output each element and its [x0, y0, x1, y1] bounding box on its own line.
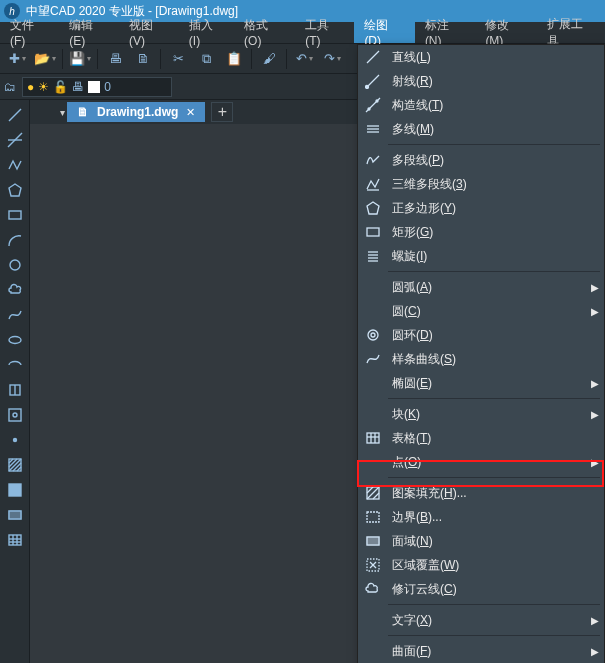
- svg-rect-37: [367, 228, 379, 236]
- menu-item-15[interactable]: 椭圆(E)▶: [358, 371, 604, 395]
- svg-rect-44: [367, 433, 379, 443]
- svg-rect-18: [9, 484, 21, 496]
- menu-item-8[interactable]: 矩形(G): [358, 220, 604, 244]
- menu-7[interactable]: 标注(N): [415, 22, 476, 43]
- menu-item-25[interactable]: 修订云线(C): [358, 577, 604, 601]
- menu-item-19[interactable]: 点(O)▶: [358, 450, 604, 474]
- gradient-icon[interactable]: [3, 479, 27, 501]
- polygon-icon: [358, 200, 388, 216]
- menu-item-3[interactable]: 多线(M): [358, 117, 604, 141]
- menu-item-12[interactable]: 圆(C)▶: [358, 299, 604, 323]
- menu-6[interactable]: 绘图(D): [354, 22, 415, 43]
- menu-item-label: 面域(N): [388, 533, 586, 550]
- copy-button[interactable]: ⧉: [193, 47, 219, 71]
- spline-icon[interactable]: [3, 304, 27, 326]
- menu-item-label: 射线(R): [388, 73, 586, 90]
- document-tab[interactable]: 🗎 Drawing1.dwg ✕: [67, 102, 205, 122]
- menu-1[interactable]: 编辑(E): [59, 22, 119, 43]
- svg-line-0: [9, 109, 21, 121]
- menu-item-18[interactable]: 表格(T): [358, 426, 604, 450]
- point-icon[interactable]: [3, 429, 27, 451]
- revcloud-icon[interactable]: [3, 279, 27, 301]
- cut-button[interactable]: ✂: [165, 47, 191, 71]
- menu-item-label: 圆环(D): [388, 327, 586, 344]
- line-icon[interactable]: [3, 104, 27, 126]
- layer-combo[interactable]: ● ☀ 🔓 🖶 0: [22, 77, 172, 97]
- menu-5[interactable]: 工具(T): [295, 22, 354, 43]
- menu-item-9[interactable]: 螺旋(I): [358, 244, 604, 268]
- pline-icon[interactable]: [3, 154, 27, 176]
- menu-item-label: 修订云线(C): [388, 581, 586, 598]
- submenu-arrow-icon: ▶: [586, 615, 604, 626]
- hatch-icon[interactable]: [3, 454, 27, 476]
- menu-item-17[interactable]: 块(K)▶: [358, 402, 604, 426]
- sun-icon: ☀: [38, 80, 49, 94]
- menu-item-label: 椭圆(E): [388, 375, 586, 392]
- menu-4[interactable]: 格式(O): [234, 22, 295, 43]
- undo-button[interactable]: ↶: [291, 47, 317, 71]
- color-swatch-icon: [88, 81, 100, 93]
- menu-item-27[interactable]: 文字(X)▶: [358, 608, 604, 632]
- redo-button[interactable]: ↷: [319, 47, 345, 71]
- new-tab-button[interactable]: +: [211, 102, 233, 122]
- svg-point-5: [10, 260, 20, 270]
- menu-item-29[interactable]: 曲面(F)▶: [358, 639, 604, 663]
- menu-9[interactable]: 扩展工具: [537, 22, 605, 43]
- svg-point-6: [9, 337, 21, 344]
- arc-icon[interactable]: [3, 229, 27, 251]
- menu-item-11[interactable]: 圆弧(A)▶: [358, 275, 604, 299]
- conline-icon[interactable]: [3, 129, 27, 151]
- insert-block-icon[interactable]: [3, 379, 27, 401]
- ellipse-icon[interactable]: [3, 329, 27, 351]
- menu-8[interactable]: 修改(M): [475, 22, 537, 43]
- menu-item-6[interactable]: 三维多段线(3): [358, 172, 604, 196]
- menu-item-23[interactable]: 面域(N): [358, 529, 604, 553]
- svg-rect-52: [367, 512, 379, 522]
- menu-item-2[interactable]: 构造线(T): [358, 93, 604, 117]
- menu-3[interactable]: 插入(I): [179, 22, 234, 43]
- region-icon[interactable]: [3, 504, 27, 526]
- close-tab-icon[interactable]: ✕: [186, 106, 195, 119]
- svg-rect-21: [9, 535, 21, 545]
- table-icon[interactable]: [3, 529, 27, 551]
- submenu-arrow-icon: ▶: [586, 378, 604, 389]
- make-block-icon[interactable]: [3, 404, 27, 426]
- menu-item-14[interactable]: 样条曲线(S): [358, 347, 604, 371]
- menu-2[interactable]: 视图(V): [119, 22, 179, 43]
- layer-manager-icon[interactable]: 🗂: [4, 80, 16, 94]
- new-button[interactable]: ✚: [4, 47, 30, 71]
- menu-item-5[interactable]: 多段线(P): [358, 148, 604, 172]
- submenu-arrow-icon: ▶: [586, 457, 604, 468]
- svg-point-11: [13, 439, 16, 442]
- menu-separator: [388, 398, 600, 399]
- paste-button[interactable]: 📋: [221, 47, 247, 71]
- circle-icon[interactable]: [3, 254, 27, 276]
- preview-button[interactable]: 🗎: [130, 47, 156, 71]
- tab-arrow-icon[interactable]: ▾: [60, 107, 65, 118]
- print-button[interactable]: 🖶: [102, 47, 128, 71]
- save-button[interactable]: 💾: [67, 47, 93, 71]
- rect-icon: [358, 224, 388, 240]
- menu-item-label: 文字(X): [388, 612, 586, 629]
- polygon-icon[interactable]: [3, 179, 27, 201]
- menu-item-7[interactable]: 正多边形(Y): [358, 196, 604, 220]
- menu-item-22[interactable]: 边界(B)...: [358, 505, 604, 529]
- match-button[interactable]: 🖌: [256, 47, 282, 71]
- menu-item-24[interactable]: 区域覆盖(W): [358, 553, 604, 577]
- menu-item-label: 多段线(P): [388, 152, 586, 169]
- svg-point-42: [368, 330, 378, 340]
- svg-rect-53: [367, 537, 379, 545]
- menu-item-label: 圆(C): [388, 303, 586, 320]
- ellipse-arc-icon[interactable]: [3, 354, 27, 376]
- open-button[interactable]: 📂: [32, 47, 58, 71]
- menu-item-13[interactable]: 圆环(D): [358, 323, 604, 347]
- menu-separator: [388, 271, 600, 272]
- menu-item-21[interactable]: 图案填充(H)...: [358, 481, 604, 505]
- svg-marker-36: [367, 202, 379, 214]
- svg-line-16: [13, 463, 21, 471]
- svg-marker-3: [9, 184, 21, 196]
- menu-item-0[interactable]: 直线(L): [358, 45, 604, 69]
- menu-item-1[interactable]: 射线(R): [358, 69, 604, 93]
- menu-0[interactable]: 文件(F): [0, 22, 59, 43]
- rect-icon[interactable]: [3, 204, 27, 226]
